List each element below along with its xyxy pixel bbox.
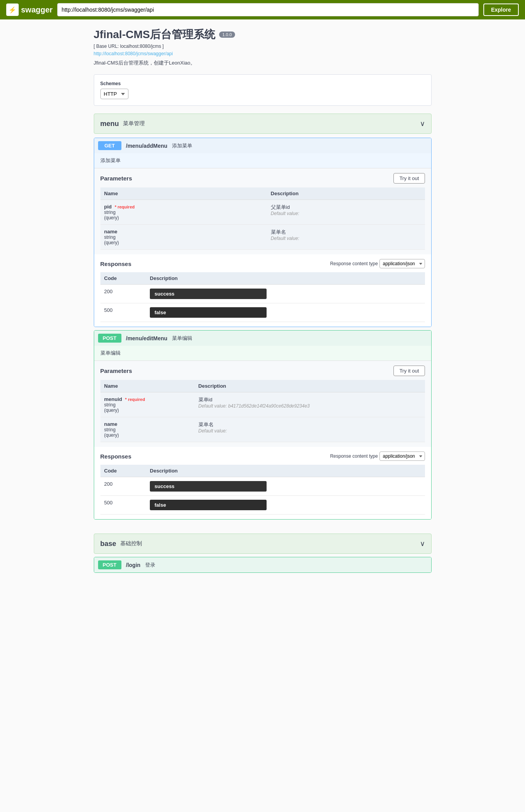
param-menuid-in: (query)	[104, 408, 191, 413]
post-edit-menu-description: 菜单编辑	[94, 346, 431, 361]
response-code-header: Code	[100, 465, 146, 477]
post-login-method-badge: POST	[98, 560, 121, 569]
post-edit-response-500-desc: false	[150, 500, 267, 510]
schemes-select[interactable]: HTTP	[100, 89, 128, 99]
post-edit-response-500-code: 500	[104, 500, 113, 506]
param-pid-default: Default value:	[271, 211, 421, 216]
base-url-label: [ Base URL: localhost:8080/jcms ]	[94, 44, 432, 49]
base-chevron-icon: ∨	[420, 539, 425, 548]
get-add-menu-responses-title: Responses	[100, 261, 132, 267]
get-add-menu-params-table: Name Description pid * required string	[100, 187, 425, 250]
schemes-label: Schemes	[100, 81, 425, 86]
post-edit-menu-card: POST /menu/editMenu 菜单编辑 菜单编辑 Parameters…	[94, 330, 432, 520]
response-500-desc: false	[150, 307, 267, 318]
response-desc-header: Description	[146, 465, 425, 477]
response-code-header: Code	[100, 272, 146, 285]
swagger-logo: ⚡ swagger	[6, 4, 53, 16]
post-edit-menu-header[interactable]: POST /menu/editMenu 菜单编辑	[94, 331, 431, 346]
menu-chevron-icon: ∨	[420, 119, 425, 128]
post-edit-menu-content-type-label: Response content type	[330, 453, 378, 459]
get-add-menu-params-title: Parameters	[100, 175, 132, 182]
get-add-menu-card: GET /menu/addMenu 添加菜单 添加菜单 Parameters T…	[94, 138, 432, 327]
param-name-type: string	[104, 234, 263, 240]
swagger-logo-icon: ⚡	[6, 4, 19, 16]
base-section-name: base	[100, 540, 116, 548]
get-add-menu-content-type-label: Response content type	[330, 261, 378, 266]
table-row: 500 false	[100, 496, 425, 514]
url-input[interactable]	[57, 3, 478, 16]
post-edit-menu-body: 菜单编辑 Parameters Try it out Name Descript…	[94, 346, 431, 519]
base-section: base 基础控制 ∨ POST /login 登录	[94, 534, 432, 576]
param-name-name: name	[104, 229, 118, 234]
param-pid-desc: 父菜单id	[271, 204, 421, 211]
param-name2-in: (query)	[104, 432, 191, 438]
param-pid-in: (query)	[104, 215, 263, 220]
get-add-menu-header[interactable]: GET /menu/addMenu 添加菜单	[94, 138, 431, 153]
table-row: 500 false	[100, 303, 425, 322]
params-name-header: Name	[100, 187, 267, 200]
param-name2-type: string	[104, 427, 191, 432]
params-desc-header: Description	[195, 380, 425, 392]
param-pid-type: string	[104, 210, 263, 215]
base-url-link[interactable]: http://localhost:8080/jcms/swagger/api	[94, 51, 173, 56]
post-edit-menu-content-type-select[interactable]: application/json	[379, 452, 425, 461]
post-edit-menu-summary: 菜单编辑	[172, 335, 192, 342]
menu-section-desc: 菜单管理	[123, 120, 145, 127]
post-edit-response-200-code: 200	[104, 481, 113, 487]
param-menuid-name: menuid	[104, 396, 122, 402]
param-name2-desc: 菜单名	[198, 421, 421, 428]
app-title-section: Jfinal-CMS后台管理系统 1.0.0 [ Base URL: local…	[94, 27, 432, 66]
param-name-in: (query)	[104, 240, 263, 245]
param-menuid-desc: 菜单id	[198, 396, 421, 403]
post-edit-response-200-desc: success	[150, 481, 267, 492]
param-name-default: Default value:	[271, 236, 421, 241]
menu-endpoints: GET /menu/addMenu 添加菜单 添加菜单 Parameters T…	[94, 135, 432, 526]
menu-section-header[interactable]: menu 菜单管理 ∨	[94, 114, 432, 134]
post-edit-menu-responses-header: Responses Response content type applicat…	[100, 452, 425, 461]
post-method-badge: POST	[98, 334, 121, 343]
get-add-menu-content-type-select[interactable]: application/json	[379, 259, 425, 268]
param-menuid-default: Default value: b4171d562de14f24a90ce628d…	[198, 403, 421, 409]
post-edit-menu-response-table: Code Description 200 success 5	[100, 465, 425, 514]
swagger-logo-text: swagger	[21, 5, 53, 14]
param-menuid-required: * required	[125, 397, 145, 402]
post-edit-menu-params-header: Parameters Try it out	[100, 366, 425, 376]
param-name2-name: name	[104, 421, 118, 427]
get-add-menu-response-table: Code Description 200 success 5	[100, 272, 425, 322]
base-section-header[interactable]: base 基础控制 ∨	[94, 534, 432, 554]
base-section-desc: 基础控制	[120, 540, 142, 547]
response-200-code: 200	[104, 289, 113, 294]
get-add-menu-responses-header: Responses Response content type applicat…	[100, 259, 425, 268]
schemes-section: Schemes HTTP	[94, 74, 432, 106]
post-edit-menu-path: /menu/editMenu	[126, 335, 168, 341]
post-login-path: /login	[126, 562, 140, 568]
table-row: name string (query) 菜单名 Default value:	[100, 225, 425, 250]
app-title: Jfinal-CMS后台管理系统	[94, 27, 216, 42]
get-add-menu-params-section: Parameters Try it out Name Description	[94, 168, 431, 254]
app-description: Jfinal-CMS后台管理系统，创建于LeonXiao。	[94, 60, 432, 66]
response-200-desc: success	[150, 289, 267, 299]
table-row: 200 success	[100, 285, 425, 303]
post-edit-menu-params-section: Parameters Try it out Name Description	[94, 361, 431, 447]
base-endpoints: POST /login 登录	[94, 554, 432, 576]
params-name-header: Name	[100, 380, 195, 392]
response-desc-header: Description	[146, 272, 425, 285]
top-navigation: ⚡ swagger Explore	[0, 0, 525, 19]
main-content: Jfinal-CMS后台管理系统 1.0.0 [ Base URL: local…	[88, 19, 438, 592]
post-edit-menu-params-table: Name Description menuid * required stri	[100, 380, 425, 442]
menu-section-name: menu	[100, 120, 119, 128]
param-pid-required: * required	[115, 205, 135, 209]
post-edit-menu-responses-section: Responses Response content type applicat…	[94, 447, 431, 519]
get-add-menu-body: 添加菜单 Parameters Try it out Name Descript…	[94, 153, 431, 327]
param-name2-default: Default value:	[198, 428, 421, 434]
post-edit-menu-try-it-out-button[interactable]: Try it out	[393, 366, 425, 376]
get-add-menu-description: 添加菜单	[94, 153, 431, 168]
menu-section: menu 菜单管理 ∨ GET /menu/addMenu 添加菜单 添加菜单	[94, 114, 432, 526]
version-badge: 1.0.0	[219, 32, 235, 38]
post-edit-menu-responses-title: Responses	[100, 453, 132, 460]
table-row: 200 success	[100, 477, 425, 496]
get-add-menu-try-it-out-button[interactable]: Try it out	[393, 173, 425, 184]
explore-button[interactable]: Explore	[483, 4, 519, 16]
get-method-badge: GET	[98, 141, 121, 150]
post-login-header[interactable]: POST /login 登录	[94, 557, 431, 572]
